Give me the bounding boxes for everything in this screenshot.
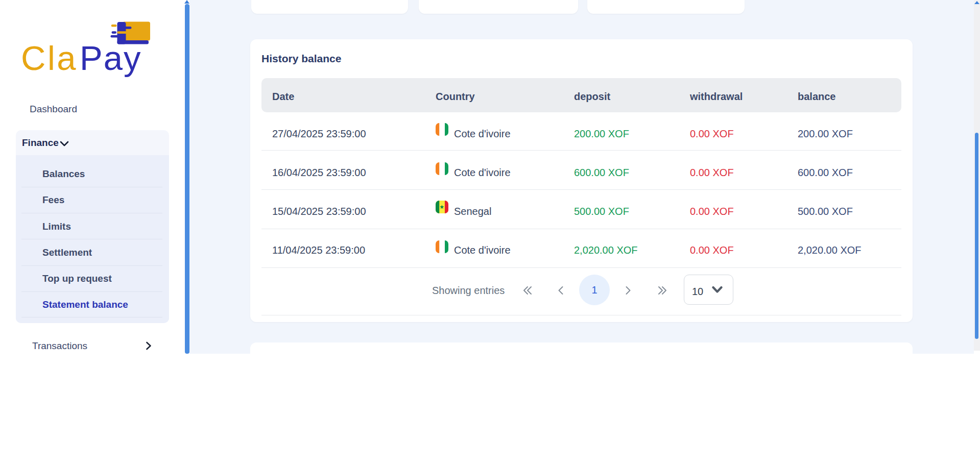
svg-text:Pay: Pay — [80, 39, 141, 77]
svg-text:Cla: Cla — [21, 39, 78, 77]
